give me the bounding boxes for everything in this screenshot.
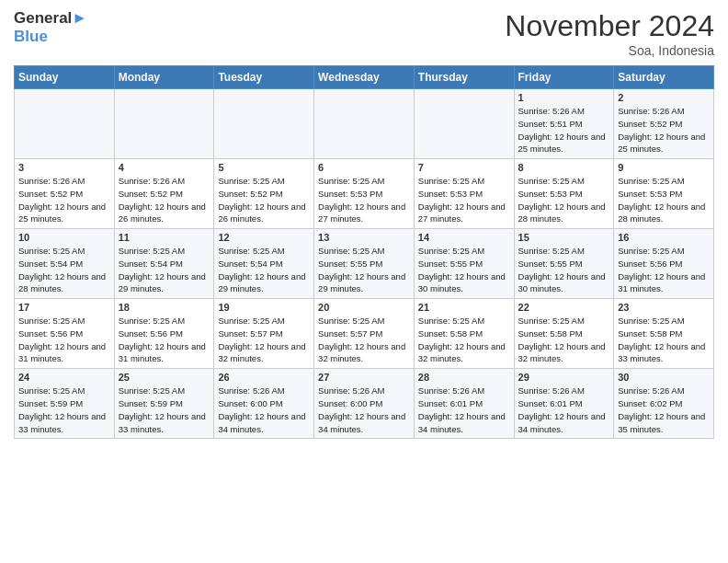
day-cell-4: 4Sunrise: 5:26 AMSunset: 5:52 PMDaylight… — [114, 159, 214, 229]
day-number: 4 — [119, 162, 210, 173]
day-cell-1: 1Sunrise: 5:26 AMSunset: 5:51 PMDaylight… — [514, 89, 614, 159]
day-number: 2 — [618, 92, 710, 103]
day-info: Sunrise: 5:26 AMSunset: 5:52 PMDaylight:… — [618, 105, 710, 155]
day-cell-14: 14Sunrise: 5:25 AMSunset: 5:55 PMDayligh… — [414, 229, 514, 299]
day-cell-2: 2Sunrise: 5:26 AMSunset: 5:52 PMDaylight… — [614, 89, 714, 159]
day-info: Sunrise: 5:26 AMSunset: 6:01 PMDaylight:… — [518, 385, 610, 435]
day-number: 12 — [218, 232, 310, 243]
day-info: Sunrise: 5:25 AMSunset: 5:58 PMDaylight:… — [418, 315, 510, 365]
day-cell-22: 22Sunrise: 5:25 AMSunset: 5:58 PMDayligh… — [514, 299, 614, 369]
day-cell-29: 29Sunrise: 5:26 AMSunset: 6:01 PMDayligh… — [514, 369, 614, 439]
day-cell-25: 25Sunrise: 5:25 AMSunset: 5:59 PMDayligh… — [114, 369, 214, 439]
day-info: Sunrise: 5:25 AMSunset: 5:53 PMDaylight:… — [418, 175, 510, 225]
day-number: 6 — [318, 162, 410, 173]
week-row-4: 17Sunrise: 5:25 AMSunset: 5:56 PMDayligh… — [15, 299, 714, 369]
day-number: 15 — [518, 232, 610, 243]
day-number: 22 — [518, 302, 610, 313]
day-number: 11 — [119, 232, 210, 243]
day-info: Sunrise: 5:25 AMSunset: 5:56 PMDaylight:… — [119, 315, 210, 365]
week-row-1: 1Sunrise: 5:26 AMSunset: 5:51 PMDaylight… — [15, 89, 714, 159]
day-cell-5: 5Sunrise: 5:25 AMSunset: 5:52 PMDaylight… — [214, 159, 314, 229]
day-cell-12: 12Sunrise: 5:25 AMSunset: 5:54 PMDayligh… — [214, 229, 314, 299]
day-number: 13 — [318, 232, 410, 243]
day-number: 8 — [518, 162, 610, 173]
day-info: Sunrise: 5:25 AMSunset: 5:54 PMDaylight:… — [119, 245, 210, 295]
day-info: Sunrise: 5:26 AMSunset: 6:00 PMDaylight:… — [318, 385, 410, 435]
day-number: 14 — [418, 232, 510, 243]
subtitle: Soa, Indonesia — [505, 43, 714, 58]
day-cell-27: 27Sunrise: 5:26 AMSunset: 6:00 PMDayligh… — [314, 369, 415, 439]
day-info: Sunrise: 5:25 AMSunset: 5:54 PMDaylight:… — [18, 245, 110, 295]
day-cell-16: 16Sunrise: 5:25 AMSunset: 5:56 PMDayligh… — [614, 229, 714, 299]
day-cell-13: 13Sunrise: 5:25 AMSunset: 5:55 PMDayligh… — [314, 229, 415, 299]
day-cell-8: 8Sunrise: 5:25 AMSunset: 5:53 PMDaylight… — [514, 159, 614, 229]
day-cell-17: 17Sunrise: 5:25 AMSunset: 5:56 PMDayligh… — [15, 299, 115, 369]
day-number: 25 — [119, 372, 210, 383]
day-number: 20 — [318, 302, 410, 313]
day-info: Sunrise: 5:25 AMSunset: 5:57 PMDaylight:… — [318, 315, 410, 365]
day-info: Sunrise: 5:25 AMSunset: 5:55 PMDaylight:… — [418, 245, 510, 295]
empty-cell — [314, 89, 415, 159]
empty-cell — [214, 89, 314, 159]
day-number: 7 — [418, 162, 510, 173]
day-cell-26: 26Sunrise: 5:26 AMSunset: 6:00 PMDayligh… — [214, 369, 314, 439]
day-cell-19: 19Sunrise: 5:25 AMSunset: 5:57 PMDayligh… — [214, 299, 314, 369]
weekday-header-friday: Friday — [514, 66, 614, 89]
day-number: 19 — [218, 302, 310, 313]
day-cell-18: 18Sunrise: 5:25 AMSunset: 5:56 PMDayligh… — [114, 299, 214, 369]
empty-cell — [114, 89, 214, 159]
week-row-3: 10Sunrise: 5:25 AMSunset: 5:54 PMDayligh… — [15, 229, 714, 299]
day-number: 28 — [418, 372, 510, 383]
day-cell-30: 30Sunrise: 5:26 AMSunset: 6:02 PMDayligh… — [614, 369, 714, 439]
day-number: 1 — [518, 92, 610, 103]
day-info: Sunrise: 5:25 AMSunset: 5:59 PMDaylight:… — [18, 385, 110, 435]
day-info: Sunrise: 5:25 AMSunset: 5:57 PMDaylight:… — [218, 315, 310, 365]
day-cell-9: 9Sunrise: 5:25 AMSunset: 5:53 PMDaylight… — [614, 159, 714, 229]
day-info: Sunrise: 5:26 AMSunset: 6:02 PMDaylight:… — [618, 385, 710, 435]
month-title: November 2024 — [505, 9, 714, 43]
day-cell-10: 10Sunrise: 5:25 AMSunset: 5:54 PMDayligh… — [15, 229, 115, 299]
day-cell-7: 7Sunrise: 5:25 AMSunset: 5:53 PMDaylight… — [414, 159, 514, 229]
page: General► Blue November 2024 Soa, Indones… — [0, 0, 728, 563]
day-info: Sunrise: 5:25 AMSunset: 5:55 PMDaylight:… — [518, 245, 610, 295]
day-info: Sunrise: 5:25 AMSunset: 5:53 PMDaylight:… — [618, 175, 710, 225]
week-row-2: 3Sunrise: 5:26 AMSunset: 5:52 PMDaylight… — [15, 159, 714, 229]
weekday-header-monday: Monday — [114, 66, 214, 89]
day-number: 16 — [618, 232, 710, 243]
day-number: 23 — [618, 302, 710, 313]
day-number: 24 — [18, 372, 110, 383]
day-info: Sunrise: 5:25 AMSunset: 5:52 PMDaylight:… — [218, 175, 310, 225]
day-info: Sunrise: 5:25 AMSunset: 5:58 PMDaylight:… — [618, 315, 710, 365]
day-number: 3 — [18, 162, 110, 173]
day-cell-21: 21Sunrise: 5:25 AMSunset: 5:58 PMDayligh… — [414, 299, 514, 369]
day-number: 29 — [518, 372, 610, 383]
day-number: 9 — [618, 162, 710, 173]
weekday-header-sunday: Sunday — [15, 66, 115, 89]
weekday-header-wednesday: Wednesday — [314, 66, 415, 89]
day-cell-28: 28Sunrise: 5:26 AMSunset: 6:01 PMDayligh… — [414, 369, 514, 439]
logo-text: General► — [14, 9, 87, 28]
day-number: 18 — [119, 302, 210, 313]
calendar: SundayMondayTuesdayWednesdayThursdayFrid… — [14, 65, 714, 439]
day-info: Sunrise: 5:26 AMSunset: 6:00 PMDaylight:… — [218, 385, 310, 435]
day-info: Sunrise: 5:25 AMSunset: 5:59 PMDaylight:… — [119, 385, 210, 435]
empty-cell — [15, 89, 115, 159]
logo: General► Blue — [14, 9, 87, 45]
day-number: 17 — [18, 302, 110, 313]
day-info: Sunrise: 5:25 AMSunset: 5:56 PMDaylight:… — [18, 315, 110, 365]
weekday-header-saturday: Saturday — [614, 66, 714, 89]
weekday-header-thursday: Thursday — [414, 66, 514, 89]
day-info: Sunrise: 5:25 AMSunset: 5:56 PMDaylight:… — [618, 245, 710, 295]
logo-line2: Blue — [14, 28, 87, 46]
day-info: Sunrise: 5:25 AMSunset: 5:58 PMDaylight:… — [518, 315, 610, 365]
day-cell-23: 23Sunrise: 5:25 AMSunset: 5:58 PMDayligh… — [614, 299, 714, 369]
day-cell-6: 6Sunrise: 5:25 AMSunset: 5:53 PMDaylight… — [314, 159, 415, 229]
day-info: Sunrise: 5:26 AMSunset: 5:52 PMDaylight:… — [119, 175, 210, 225]
weekday-header-row: SundayMondayTuesdayWednesdayThursdayFrid… — [15, 66, 714, 89]
day-cell-11: 11Sunrise: 5:25 AMSunset: 5:54 PMDayligh… — [114, 229, 214, 299]
day-info: Sunrise: 5:25 AMSunset: 5:53 PMDaylight:… — [518, 175, 610, 225]
day-info: Sunrise: 5:25 AMSunset: 5:55 PMDaylight:… — [318, 245, 410, 295]
title-area: November 2024 Soa, Indonesia — [505, 9, 714, 58]
day-number: 21 — [418, 302, 510, 313]
day-info: Sunrise: 5:25 AMSunset: 5:53 PMDaylight:… — [318, 175, 410, 225]
